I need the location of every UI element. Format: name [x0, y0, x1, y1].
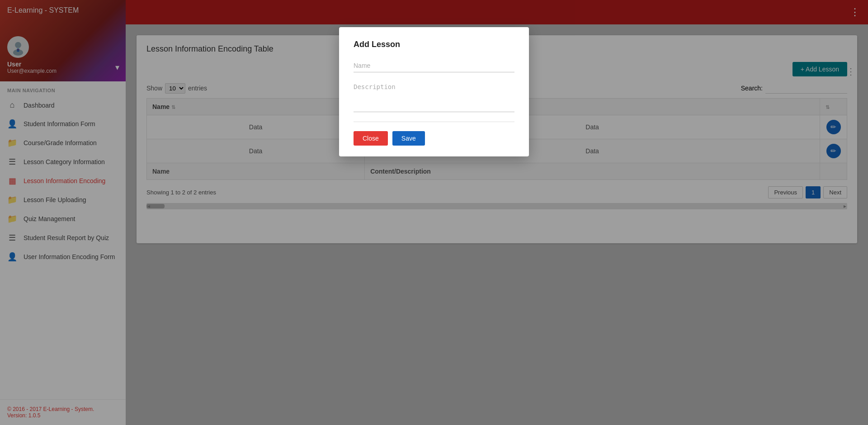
description-input[interactable] — [354, 80, 514, 112]
modal-divider — [354, 122, 514, 122]
modal-actions: Close Save — [354, 131, 514, 146]
add-lesson-modal: Add Lesson Close Save — [339, 27, 529, 156]
description-field — [354, 80, 514, 113]
save-button[interactable]: Save — [392, 131, 425, 146]
modal-title: Add Lesson — [354, 40, 514, 49]
close-button[interactable]: Close — [354, 131, 388, 146]
name-input[interactable] — [354, 59, 514, 72]
name-field — [354, 59, 514, 72]
modal-overlay: Add Lesson Close Save — [0, 0, 868, 425]
